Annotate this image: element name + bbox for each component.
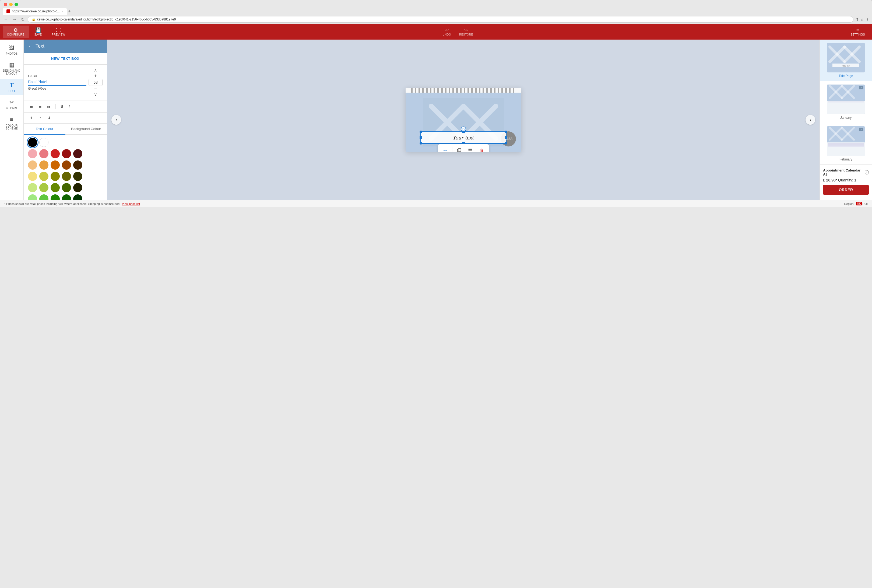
color-swatch-yellow-2[interactable] [39,172,48,181]
colour-scheme-icon: ≡ [10,116,13,123]
background-colour-tab[interactable]: Background Colour [65,124,107,134]
text-copy-button[interactable] [454,146,463,152]
bold-button[interactable]: B [59,103,65,110]
text-edit-button[interactable]: ✏ [440,146,450,152]
extensions-button[interactable]: ⋮ [866,17,869,21]
page-thumbnail-title[interactable]: Your text Title Page [820,40,872,81]
color-swatch-red-3[interactable] [51,149,60,158]
color-swatch-yellow-1[interactable] [28,172,37,181]
color-swatch-lime-2[interactable] [39,183,48,192]
view-price-list-link[interactable]: View price list [122,202,140,206]
nav-back-button[interactable]: ← [3,16,9,22]
font-size-increase-button[interactable]: + [94,74,97,78]
nav-item-colour-scheme[interactable]: ≡ COLOUR SCHEME [0,113,23,133]
order-button[interactable]: ORDER [823,185,869,195]
color-swatch-white[interactable] [39,138,48,147]
align-right-button[interactable]: ☶ [45,103,52,110]
minimize-traffic-light[interactable] [9,3,13,6]
canvas-next-button[interactable]: › [806,115,815,124]
nav-item-photos[interactable]: 🖼 PHOTOS [0,42,23,58]
page-thumbnail-january[interactable]: 01 January [820,81,872,123]
text-box-container[interactable]: ↻ Your text [420,131,506,144]
layers-icon [468,148,473,152]
handle-mr[interactable] [505,136,507,139]
tab-close-btn[interactable]: × [61,10,63,13]
color-swatch-green-2[interactable] [39,194,48,200]
svg-rect-8 [468,150,472,151]
color-swatch-red-4[interactable] [62,149,71,158]
nav-item-text[interactable]: T TEXT [0,79,23,95]
browser-tab[interactable]: https://www.cewe.co.uk/photo-c... × [3,8,67,15]
color-swatch-lime-1[interactable] [28,183,37,192]
nav-item-design[interactable]: ▦ DESIGN AND LAYOUT [0,59,23,78]
color-swatch-red-1[interactable] [28,149,37,158]
color-swatch-yellow-5[interactable] [73,172,82,181]
panel-back-button[interactable]: ← [28,44,33,49]
region-roi-label[interactable]: ROI [862,202,868,206]
nav-refresh-button[interactable]: ↻ [20,16,25,22]
valign-bottom-button[interactable]: ⬇ [46,115,52,121]
bookmark-button[interactable]: ☆ [860,17,864,21]
color-swatch-green-1[interactable] [28,194,37,200]
undo-button[interactable]: ↩ UNDO [442,27,451,36]
color-swatch-red-2[interactable] [39,149,48,158]
align-left-button[interactable]: ☰ [28,103,35,110]
color-swatch-lime-3[interactable] [51,183,60,192]
text-format-section: ☰ ≣ ☶ B I [24,100,107,112]
close-traffic-light[interactable] [4,3,7,6]
address-bar-input[interactable]: 🔒 cewe.co.uk/photo-calendars/editor.html… [28,16,853,22]
font-option-great-vibes[interactable]: Great Vibes [28,86,86,91]
font-scroll-up-button[interactable]: ∧ [94,68,97,73]
save-button[interactable]: 💾 SAVE [29,26,48,38]
text-layers-button[interactable] [466,146,475,152]
page-thumbnail-february[interactable]: 02 February [820,123,872,165]
svg-rect-9 [468,148,472,149]
handle-bl[interactable] [420,142,422,145]
color-swatch-red-5[interactable] [73,149,82,158]
font-scroll-down-button[interactable]: ∨ [94,92,97,97]
nav-forward-button[interactable]: → [11,16,18,22]
font-size-decrease-button[interactable]: − [94,86,97,91]
color-swatch-lime-5[interactable] [73,183,82,192]
color-swatch-yellow-3[interactable] [51,172,60,181]
configure-button[interactable]: ⚙ CONFIGURE [3,26,29,38]
restore-button[interactable]: ↪ RESTORE [459,27,473,36]
color-swatch-orange-1[interactable] [28,160,37,170]
color-swatch-orange-4[interactable] [62,160,71,170]
italic-button[interactable]: I [67,103,71,110]
text-colour-tab[interactable]: Text Colour [24,124,65,135]
handle-ml[interactable] [420,136,422,139]
color-swatch-orange-3[interactable] [51,160,60,170]
text-delete-button[interactable]: 🗑 [477,146,486,152]
color-swatch-green-4[interactable] [62,194,71,200]
handle-tc[interactable] [462,130,465,133]
color-swatch-orange-2[interactable] [39,160,48,170]
color-swatch-green-5[interactable] [73,194,82,200]
region-uk-label[interactable]: UK [856,202,862,206]
handle-br[interactable] [505,142,507,145]
font-option-giulio[interactable]: Giulio [28,74,86,79]
preview-button[interactable]: ⛶ PREVIEW [48,26,70,38]
color-swatch-orange-5[interactable] [73,160,82,170]
font-option-grand-hotel[interactable]: Grand Hotel [28,79,86,86]
color-swatch-black[interactable] [28,138,37,147]
handle-tl[interactable] [420,130,422,133]
text-box-selection[interactable]: ↻ Your text [420,131,506,144]
nav-item-clipart[interactable]: ✂ CLIPART [0,96,23,112]
canvas-prev-button[interactable]: ‹ [111,115,121,124]
maximize-traffic-light[interactable] [15,3,18,6]
font-size-input[interactable] [88,79,103,86]
product-info-button[interactable]: i [865,170,869,174]
settings-button[interactable]: ≡ SETTINGS [846,26,869,38]
color-swatch-yellow-4[interactable] [62,172,71,181]
color-swatch-green-3[interactable] [51,194,60,200]
share-button[interactable]: ⬆ [856,17,859,21]
preview-icon: ⛶ [56,28,61,33]
new-text-box-button[interactable]: NEW TEXT BOX [24,53,107,64]
align-center-button[interactable]: ≣ [37,103,43,110]
new-tab-button[interactable]: + [68,9,71,14]
color-swatch-lime-4[interactable] [62,183,71,192]
valign-top-button[interactable]: ⬆ [28,115,34,121]
valign-middle-button[interactable]: ↕ [38,115,43,121]
handle-tr[interactable] [505,130,507,133]
